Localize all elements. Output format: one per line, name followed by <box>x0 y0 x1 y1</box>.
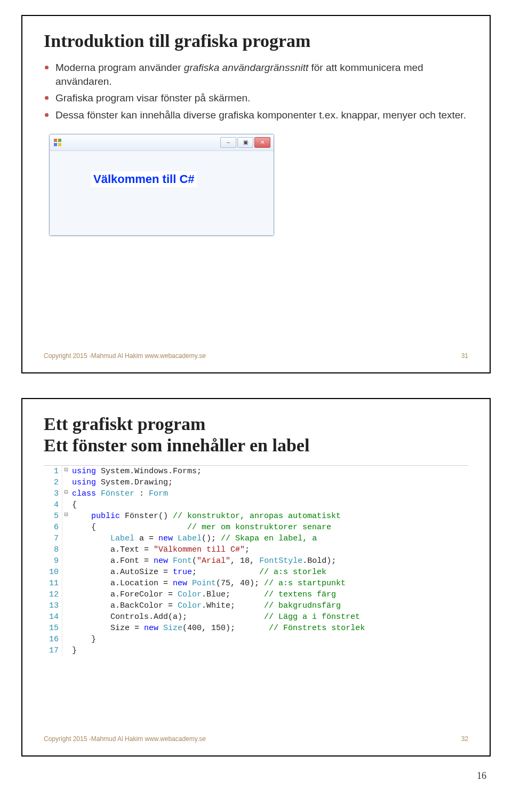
sample-window: – ▣ ✕ Välkommen till C# <box>49 134 274 236</box>
fold-gutter-icon <box>62 567 70 578</box>
fold-gutter-icon <box>62 600 70 611</box>
bullet-3: Dessa fönster kan innehålla diverse graf… <box>44 108 468 122</box>
code-line: 1⊟using System.Windows.Forms; <box>44 466 468 477</box>
fold-gutter-icon <box>62 623 70 634</box>
slide1-footer-right: 31 <box>461 352 468 360</box>
code-source: a.ForeColor = Color.Blue; // textens fär… <box>70 589 468 600</box>
window-buttons: – ▣ ✕ <box>220 137 270 148</box>
code-source: a.BackColor = Color.White; // bakgrudnsf… <box>70 600 468 611</box>
fold-gutter-icon <box>62 477 70 488</box>
code-line: 8 a.Text = "Välkommen till C#"; <box>44 544 468 555</box>
line-number: 12 <box>44 589 62 600</box>
code-source: a.Location = new Point(75, 40); // a:s s… <box>70 578 468 589</box>
code-line: 11 a.Location = new Point(75, 40); // a:… <box>44 578 468 589</box>
window-titlebar: – ▣ ✕ <box>50 134 274 151</box>
slide1-bullets: Moderna program använder grafiska använd… <box>44 61 468 122</box>
code-source: Size = new Size(400, 150); // Fönstrets … <box>70 623 468 634</box>
bullet-1-pre: Moderna program använder <box>55 62 184 73</box>
code-listing: 1⊟using System.Windows.Forms;2using Syst… <box>44 465 468 656</box>
line-number: 11 <box>44 578 62 589</box>
code-source: } <box>70 634 468 645</box>
line-number: 17 <box>44 645 62 656</box>
close-button[interactable]: ✕ <box>254 137 270 148</box>
line-number: 2 <box>44 477 62 488</box>
code-source: using System.Windows.Forms; <box>70 466 468 477</box>
minimize-button[interactable]: – <box>220 137 236 148</box>
slide-1: Introduktion till grafiska program Moder… <box>21 15 491 373</box>
line-number: 13 <box>44 600 62 611</box>
svg-rect-0 <box>54 139 57 142</box>
svg-rect-2 <box>54 143 57 146</box>
code-source: a.Font = new Font("Arial", 18, FontStyle… <box>70 555 468 567</box>
fold-gutter-icon <box>62 645 70 656</box>
code-line: 16 } <box>44 634 468 645</box>
bullet-3-pre: Dessa fönster kan innehålla diverse graf… <box>55 109 466 121</box>
slide1-footer-left: Copyright 2015 -Mahmud Al Hakim www.weba… <box>44 352 206 360</box>
fold-gutter-icon <box>62 555 70 567</box>
line-number: 7 <box>44 533 62 544</box>
fold-gutter-icon <box>62 499 70 511</box>
line-number: 3 <box>44 488 62 499</box>
code-line: 9 a.Font = new Font("Arial", 18, FontSty… <box>44 555 468 567</box>
fold-gutter-icon: ⊟ <box>62 488 70 499</box>
slide2-footer-left: Copyright 2015 -Mahmud Al Hakim www.weba… <box>44 735 206 743</box>
code-source: using System.Drawing; <box>70 477 468 488</box>
fold-gutter-icon: ⊟ <box>62 511 70 522</box>
maximize-button[interactable]: ▣ <box>237 137 253 148</box>
code-line: 17} <box>44 645 468 656</box>
fold-gutter-icon <box>62 533 70 544</box>
slide1-title: Introduktion till grafiska program <box>44 31 468 51</box>
code-line: 12 a.ForeColor = Color.Blue; // textens … <box>44 589 468 600</box>
code-line: 15 Size = new Size(400, 150); // Fönstre… <box>44 623 468 634</box>
slide2-title-line1: Ett grafiskt program <box>44 414 468 434</box>
bullet-2-pre: Grafiska program visar fönster på skärme… <box>55 92 250 104</box>
bullet-2: Grafiska program visar fönster på skärme… <box>44 91 468 105</box>
page-number: 16 <box>0 757 512 787</box>
line-number: 15 <box>44 623 62 634</box>
slide1-footer: Copyright 2015 -Mahmud Al Hakim www.weba… <box>44 352 468 360</box>
fold-gutter-icon: ⊟ <box>62 466 70 477</box>
code-line: 13 a.BackColor = Color.White; // bakgrud… <box>44 600 468 611</box>
bullet-1-em: grafiska användargränssnitt <box>184 62 308 73</box>
code-line: 14 Controls.Add(a); // Lägg a i fönstret <box>44 611 468 623</box>
fold-gutter-icon <box>62 544 70 555</box>
line-number: 14 <box>44 611 62 623</box>
code-line: 3⊟class Fönster : Form <box>44 488 468 499</box>
bullet-1: Moderna program använder grafiska använd… <box>44 61 468 88</box>
line-number: 16 <box>44 634 62 645</box>
line-number: 6 <box>44 522 62 533</box>
fold-gutter-icon <box>62 611 70 623</box>
window-client-area: Välkommen till C# <box>50 151 274 235</box>
code-source: { <box>70 499 468 511</box>
code-source: Controls.Add(a); // Lägg a i fönstret <box>70 611 468 623</box>
code-line: 2using System.Drawing; <box>44 477 468 488</box>
svg-rect-1 <box>58 139 61 142</box>
code-source: a.AutoSize = true; // a:s storlek <box>70 567 468 578</box>
code-source: class Fönster : Form <box>70 488 468 499</box>
line-number: 8 <box>44 544 62 555</box>
line-number: 9 <box>44 555 62 567</box>
fold-gutter-icon <box>62 578 70 589</box>
app-icon <box>54 139 61 146</box>
code-line: 5⊟ public Fönster() // konstruktor, anro… <box>44 511 468 522</box>
code-source: a.Text = "Välkommen till C#"; <box>70 544 468 555</box>
fold-gutter-icon <box>62 589 70 600</box>
code-source: } <box>70 645 468 656</box>
svg-rect-3 <box>58 143 61 146</box>
line-number: 1 <box>44 466 62 477</box>
code-line: 6 { // mer om konstruktorer senare <box>44 522 468 533</box>
code-line: 4{ <box>44 499 468 511</box>
code-source: { // mer om konstruktorer senare <box>70 522 468 533</box>
slide2-title-line2: Ett fönster som innehåller en label <box>44 435 468 456</box>
welcome-label: Välkommen till C# <box>91 171 197 187</box>
fold-gutter-icon <box>62 522 70 533</box>
slide2-footer-right: 32 <box>461 735 468 743</box>
code-source: public Fönster() // konstruktor, anropas… <box>70 511 468 522</box>
line-number: 10 <box>44 567 62 578</box>
slide2-footer: Copyright 2015 -Mahmud Al Hakim www.weba… <box>44 735 468 743</box>
line-number: 4 <box>44 499 62 511</box>
slide-2: Ett grafiskt program Ett fönster som inn… <box>21 398 491 757</box>
line-number: 5 <box>44 511 62 522</box>
code-source: Label a = new Label(); // Skapa en label… <box>70 533 468 544</box>
fold-gutter-icon <box>62 634 70 645</box>
